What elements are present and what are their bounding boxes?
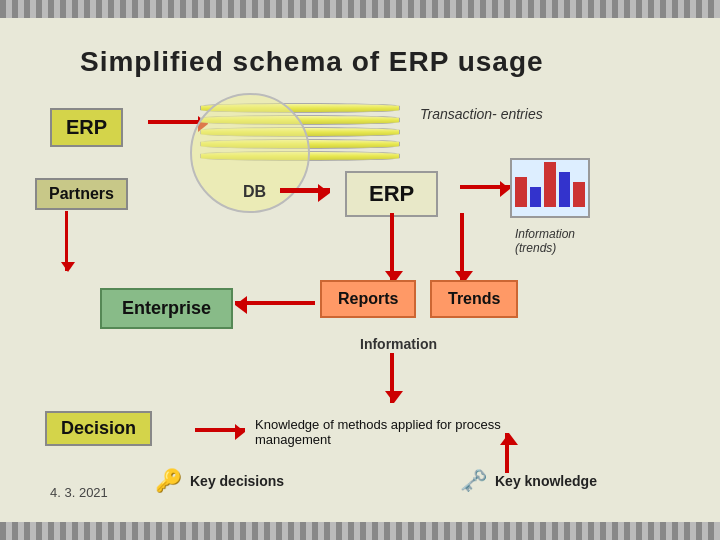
- key-decisions-section: 🔑 Key decisions: [155, 468, 284, 494]
- information-label: Information: [360, 336, 437, 352]
- key-decisions-label: Key decisions: [190, 473, 284, 489]
- date-label: 4. 3. 2021: [50, 485, 108, 500]
- hatch-top-border: [0, 0, 720, 18]
- partners-box: Partners: [35, 178, 128, 210]
- db-label: DB: [243, 183, 266, 201]
- page-title: Simplified schema of ERP usage: [80, 46, 544, 78]
- hatch-bottom-border: [0, 522, 720, 540]
- erp-output-arrow: [460, 185, 510, 189]
- info-trends-label: Information(trends): [515, 227, 575, 255]
- key-knowledge-icon: 🗝️: [460, 468, 487, 494]
- chart-bar: [559, 172, 571, 207]
- db-to-erp-arrow: [280, 188, 330, 193]
- key-knowledge-arrow: [505, 433, 509, 473]
- erp-to-trends-arrow: [460, 213, 464, 283]
- key-decisions-icon: 🔑: [155, 468, 182, 494]
- chart-bars: [512, 160, 588, 210]
- transaction-label: Transaction- entries: [420, 106, 543, 122]
- enterprise-to-reports-arrow: [235, 301, 315, 305]
- info-down-arrow: [390, 353, 394, 403]
- main-content-area: Simplified schema of ERP usage ERP Trans…: [0, 18, 720, 522]
- key-knowledge-section: 🗝️ Key knowledge: [460, 468, 597, 494]
- chart-bar: [530, 187, 542, 207]
- erp-input-box: ERP: [50, 108, 123, 147]
- chart-bar: [573, 182, 585, 207]
- decision-box: Decision: [45, 411, 152, 446]
- erp-output-box: ERP: [345, 171, 438, 217]
- enterprise-box: Enterprise: [100, 288, 233, 329]
- trends-box: Trends: [430, 280, 518, 318]
- reports-box: Reports: [320, 280, 416, 318]
- key-knowledge-label: Key knowledge: [495, 473, 597, 489]
- erp-to-reports-arrow: [390, 213, 394, 283]
- chart-bar: [515, 177, 527, 207]
- chart-bar: [544, 162, 556, 207]
- decision-to-knowledge-arrow: [195, 428, 245, 432]
- chart-thumbnail: [510, 158, 590, 218]
- partners-down-arrow: [65, 211, 68, 271]
- info-trends-text: Information(trends): [515, 227, 575, 255]
